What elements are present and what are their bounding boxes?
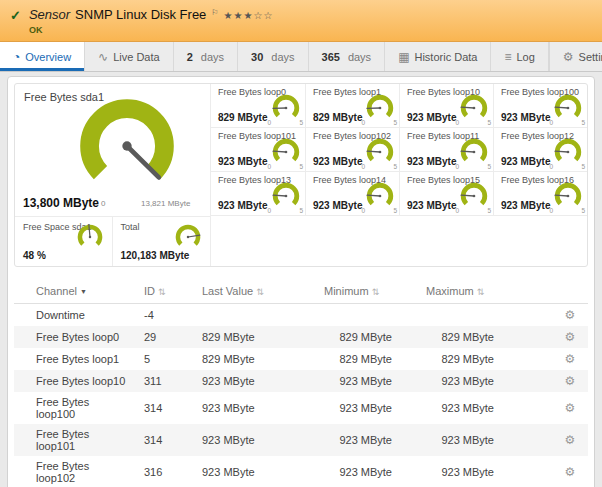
mini-gauge-dial [553, 93, 583, 123]
wrench-icon: ⚙ [565, 401, 576, 415]
channel-minimum: 923 MByte [316, 456, 418, 487]
mini-gauge-cell[interactable]: Free Bytes loop1605923 MByte [493, 172, 587, 216]
column-header-channel[interactable]: Channel▼ [14, 279, 136, 304]
tab-log[interactable]: ≡Log [491, 42, 548, 71]
channel-minimum: 923 MByte [316, 392, 418, 424]
channel-name[interactable]: Free Bytes loop100 [14, 392, 136, 424]
channel-settings-button[interactable]: ⚙ [552, 456, 588, 487]
channel-id: 5 [136, 348, 194, 370]
mini-gauge-grid: Free Bytes loop005829 MByteFree Bytes lo… [211, 84, 587, 266]
channel-name[interactable]: Free Bytes loop10 [14, 370, 136, 392]
mini-gauge-cell[interactable]: Free Bytes loop105829 MByte [305, 84, 399, 128]
tab-label: Historic Data [414, 51, 477, 63]
mini-gauge-cell[interactable]: Free Bytes loop10105923 MByte [211, 128, 305, 172]
gauges-panel: Free Bytes sda1 13,800 MByte 0 13,821 MB… [14, 83, 588, 267]
tab-overview[interactable]: ◔Overview [0, 42, 85, 71]
channel-name[interactable]: Free Bytes loop0 [14, 326, 136, 348]
tab-live-data[interactable]: ∿Live Data [85, 42, 174, 71]
channel-maximum: 829 MByte [418, 326, 520, 348]
mini-gauge-value: 923 MByte [501, 112, 550, 123]
sort-both-icon: ⇅ [372, 287, 380, 297]
status-ok-icon: ✓ [10, 8, 21, 23]
sub-gauge-value: 120,183 MByte [121, 250, 190, 261]
tab-365-days[interactable]: 365days [309, 42, 386, 71]
channel-row: Free Bytes loop029829 MByte829 MByte829 … [14, 326, 588, 348]
tab-settings[interactable]: ⚙Settings [549, 42, 602, 71]
mini-gauge-cell[interactable]: Free Bytes loop1105923 MByte [399, 128, 493, 172]
mini-gauge-cell[interactable]: Free Bytes loop1505923 MByte [399, 172, 493, 216]
channel-last-value: 923 MByte [194, 392, 316, 424]
sub-gauge-dial [76, 223, 104, 251]
channel-settings-button[interactable]: ⚙ [552, 392, 588, 424]
channel-minimum: 829 MByte [316, 326, 418, 348]
mini-gauge-scale-max: 5 [487, 207, 491, 214]
column-label: Minimum [324, 285, 369, 297]
main-gauge-scale-max: 13,821 MByte [141, 199, 190, 208]
main-gauge[interactable]: Free Bytes sda1 13,800 MByte 0 13,821 MB… [15, 84, 211, 216]
column-header-id[interactable]: ID⇅ [136, 279, 194, 304]
row-spacer [520, 348, 552, 370]
sub-gauge-cell[interactable]: Free Space sda148 % [15, 217, 113, 266]
mini-gauge-dial [459, 181, 489, 211]
channel-minimum: 829 MByte [316, 348, 418, 370]
wrench-icon: ⚙ [565, 352, 576, 366]
main-gauge-dial-slot [75, 94, 179, 198]
channel-settings-button[interactable]: ⚙ [552, 326, 588, 348]
channel-name[interactable]: Free Bytes loop1 [14, 348, 136, 370]
historic-icon: ▦ [398, 50, 409, 64]
channel-settings-button[interactable]: ⚙ [552, 348, 588, 370]
tab-30-days[interactable]: 30days [238, 42, 309, 71]
priority-stars[interactable]: ★★★☆☆ [224, 10, 274, 21]
mini-gauge-dial-slot [553, 93, 583, 123]
channel-settings-button[interactable]: ⚙ [552, 424, 588, 456]
row-spacer [520, 456, 552, 487]
channel-maximum: 923 MByte [418, 456, 520, 487]
mini-gauge-scale-max: 5 [299, 119, 303, 126]
channels-table-body: Downtime-4⚙Free Bytes loop029829 MByte82… [14, 304, 588, 487]
sensor-title: SNMP Linux Disk Free [75, 7, 206, 22]
channel-settings-button[interactable]: ⚙ [552, 304, 588, 327]
mini-gauge-scale-min: 0 [267, 163, 271, 170]
mini-gauge-dial [365, 93, 395, 123]
column-header-minimum[interactable]: Minimum⇅ [316, 279, 418, 304]
row-spacer [520, 304, 552, 327]
channel-name[interactable]: Free Bytes loop102 [14, 456, 136, 487]
tab-label: 2 [187, 51, 193, 63]
mini-gauge-cell[interactable]: Free Bytes loop10005923 MByte [493, 84, 587, 128]
channel-name[interactable]: Downtime [14, 304, 136, 327]
channel-name[interactable]: Free Bytes loop101 [14, 424, 136, 456]
main-gauge-scale-min: 0 [101, 199, 105, 208]
tab-historic-data[interactable]: ▦Historic Data [385, 42, 491, 71]
mini-gauge-cell[interactable]: Free Bytes loop005829 MByte [211, 84, 305, 128]
channel-row: Free Bytes loop15829 MByte829 MByte829 M… [14, 348, 588, 370]
channel-last-value: 923 MByte [194, 424, 316, 456]
row-spacer [520, 392, 552, 424]
mini-gauge-dial-slot [271, 93, 301, 123]
tab-label: Log [516, 51, 534, 63]
wrench-icon: ⚙ [565, 433, 576, 447]
tab-label: Settings [579, 51, 602, 63]
column-label: Channel [36, 285, 77, 297]
mini-gauge-cell[interactable]: Free Bytes loop1205923 MByte [493, 128, 587, 172]
channel-last-value: 923 MByte [194, 370, 316, 392]
column-header-last-value[interactable]: Last Value⇅ [194, 279, 316, 304]
mini-gauge-cell[interactable]: Free Bytes loop1005923 MByte [399, 84, 493, 128]
tab-2-days[interactable]: 2days [174, 42, 238, 71]
column-header-maximum[interactable]: Maximum⇅ [418, 279, 520, 304]
mini-gauge-scale-max: 5 [487, 119, 491, 126]
column-label: Maximum [426, 285, 474, 297]
mini-gauge-scale-max: 5 [393, 119, 397, 126]
mini-gauge-scale-max: 5 [393, 207, 397, 214]
mini-gauge-cell[interactable]: Free Bytes loop10205923 MByte [305, 128, 399, 172]
sub-gauge-label: Total [121, 222, 140, 232]
mini-gauge-value: 923 MByte [407, 156, 456, 167]
channels-table: Channel▼ID⇅Last Value⇅Minimum⇅Maximum⇅ D… [14, 279, 588, 487]
channel-minimum: 923 MByte [316, 370, 418, 392]
mini-gauge-cell[interactable]: Free Bytes loop1305923 MByte [211, 172, 305, 216]
channel-settings-button[interactable]: ⚙ [552, 370, 588, 392]
mini-gauge-dial-slot [365, 181, 395, 211]
main-gauge-dial [75, 94, 179, 198]
sub-gauge-cell[interactable]: Total120,183 MByte [113, 217, 211, 266]
channel-maximum: 829 MByte [418, 348, 520, 370]
mini-gauge-cell[interactable]: Free Bytes loop1405923 MByte [305, 172, 399, 216]
